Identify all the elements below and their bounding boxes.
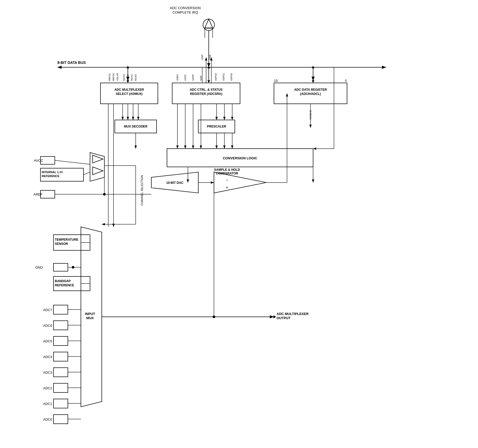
aden-pin: ADEN (176, 74, 179, 81)
bandgap-label-line2: REFERENCE (55, 283, 74, 287)
svg-rect-38 (53, 321, 68, 330)
adc-data-reg-label-line2: (ADCH/ADCL) (300, 92, 321, 96)
adsc-pin: ADSC (184, 74, 187, 81)
admux-label-line2: SELECT (ADMUX) (116, 92, 143, 96)
svg-marker-16 (312, 80, 314, 83)
mux-output-label-line1: ADC MULTIPLEXER (277, 312, 309, 316)
data-bus-label: 8-BIT DATA BUS (57, 60, 86, 65)
mux2-pin: MUX2 (127, 74, 129, 81)
bit-0-label: 0 (345, 79, 347, 83)
svg-marker-18 (205, 19, 213, 28)
mux-output-label-line2: OUTPUT (277, 316, 291, 320)
adfr-pin: ADFR (192, 74, 194, 81)
adc0-label: ADC0 (43, 417, 52, 421)
svg-rect-39 (53, 336, 68, 346)
refs1-pin: REFS1 (108, 73, 111, 81)
svg-marker-13 (207, 80, 210, 83)
adps1-pin: ADPS1 (222, 73, 225, 81)
dac-label: 10-BIT DAC (166, 181, 183, 185)
input-mux-label-line1: INPUT (85, 312, 95, 316)
svg-rect-33 (40, 190, 55, 198)
temp-sensor-label-line2: SENSOR (55, 242, 68, 246)
input-mux-label-line2: MUX (86, 316, 94, 320)
adie-led-pin: ADIE (209, 55, 211, 60)
admux-label-line1: ADC MULTIPLEXER (114, 88, 144, 92)
mux-decoder-label: MUX DECODER (124, 125, 147, 128)
sample-hold-label-line1: SAMPLE & HOLD (214, 168, 240, 172)
irq-label-line1: ADC CONVERSION (170, 6, 201, 10)
svg-rect-37 (53, 305, 68, 314)
svg-marker-58 (93, 167, 103, 175)
minus-sign: − (226, 178, 228, 182)
gnd-label: GND (35, 265, 43, 269)
prescaler-label: PRESCALER (207, 125, 226, 128)
avcc-label: AVCC (34, 159, 43, 162)
svg-rect-42 (53, 383, 68, 392)
svg-line-62 (83, 172, 90, 175)
mux3-pin: MUX3 (123, 74, 125, 81)
adc7-label: ADC7 (43, 308, 52, 312)
svg-line-60 (55, 160, 90, 164)
sample-hold-label-line2: COMPARATOR (216, 172, 238, 175)
bit-15-label: 15 (274, 79, 278, 83)
svg-marker-30 (214, 172, 266, 193)
svg-rect-40 (53, 352, 68, 361)
adcsra-label-line2: REGISTER (ADCSRA) (190, 92, 222, 96)
main-svg: 8-BIT DATA BUS ADC CONVERSION COMPLETE I… (0, 0, 478, 448)
adps0-pin: ADPS0 (230, 73, 233, 81)
adcsra-label-line1: ADC CTRL. & STATUS (190, 88, 223, 92)
internal-ref-label-line2: REFERENCE (42, 174, 59, 178)
svg-marker-57 (93, 155, 103, 163)
internal-ref-label-line1: INTERNAL 1.1V (42, 171, 63, 174)
svg-rect-44 (53, 415, 68, 424)
adc2-label: ADC2 (43, 386, 52, 390)
adif-pin: ADIF (200, 75, 202, 81)
adc3-label: ADC3 (43, 371, 52, 374)
temp-sensor-label-line1: TEMPERATURE (55, 238, 78, 241)
adc-data-reg-label-line1: ADC DATA REGISTER (294, 88, 327, 92)
conv-logic-label: CONVERSION LOGIC (223, 156, 258, 160)
adc6-label: ADC6 (43, 324, 52, 328)
svg-rect-43 (53, 399, 68, 408)
mux0-pin: MUX0 (134, 74, 137, 81)
adps2-pin: ADPS2 (214, 73, 217, 81)
svg-rect-34 (53, 263, 68, 271)
adif-led-pin: ADIF (201, 55, 204, 60)
bandgap-label-line1: BANDGAP (55, 279, 71, 283)
aref-label: AREF (33, 192, 43, 196)
adc9-0-pin: ADC[9:0] (309, 110, 312, 120)
irq-label-line2: COMPLETE IRQ (172, 10, 198, 14)
refs0-pin: REFS0 (112, 73, 115, 81)
adc4-label: ADC4 (43, 355, 52, 359)
channel-selection-label: CHANNEL SELECTION (140, 175, 144, 206)
svg-marker-100 (273, 315, 276, 318)
adc5-label: ADC5 (43, 339, 52, 343)
plus-sign: + (226, 185, 228, 190)
adc1-label: ADC1 (43, 402, 52, 406)
adlar-pin: ADLAR (116, 73, 119, 81)
svg-point-55 (72, 266, 74, 269)
svg-rect-41 (53, 368, 68, 377)
diagram-container: 8-BIT DATA BUS ADC CONVERSION COMPLETE I… (0, 0, 478, 448)
mux1-pin: MUX1 (130, 74, 133, 81)
